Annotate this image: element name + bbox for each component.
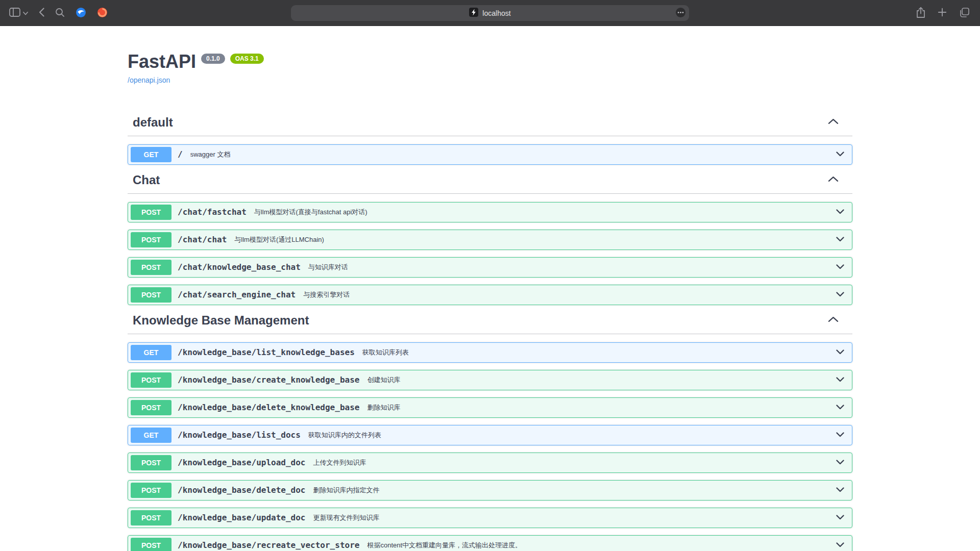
endpoint-expand-button[interactable] <box>834 289 847 300</box>
chevron-down-icon <box>836 541 844 549</box>
search-icon <box>55 8 65 19</box>
section-title: Chat <box>133 173 160 187</box>
endpoint-row[interactable]: GET/swagger 文档 <box>128 144 852 165</box>
address-bar[interactable]: localhost <box>291 5 689 21</box>
endpoint-expand-button[interactable] <box>834 261 847 273</box>
method-badge: POST <box>131 232 172 247</box>
section-title: Knowledge Base Management <box>133 313 309 328</box>
endpoint-row[interactable]: POST/chat/knowledge_base_chat与知识库对话 <box>128 257 852 278</box>
site-favicon-icon <box>469 8 478 19</box>
endpoint-expand-button[interactable] <box>834 402 847 413</box>
ellipsis-icon <box>675 7 686 19</box>
endpoint-summary: swagger 文档 <box>190 150 231 159</box>
oas-badge: OAS 3.1 <box>230 54 264 64</box>
bird-app-button[interactable] <box>75 6 87 20</box>
share-button[interactable] <box>915 6 926 21</box>
method-badge: POST <box>131 372 172 388</box>
endpoint-expand-button[interactable] <box>834 484 847 496</box>
chevron-down-icon <box>836 151 844 158</box>
endpoint-row[interactable]: POST/knowledge_base/update_doc更新现有文件到知识库 <box>128 508 852 528</box>
page-menu-button[interactable] <box>675 7 686 19</box>
method-badge: GET <box>131 428 172 443</box>
endpoint-row[interactable]: POST/knowledge_base/delete_doc删除知识库内指定文件 <box>128 480 852 500</box>
endpoint-expand-button[interactable] <box>834 206 847 218</box>
method-badge: POST <box>131 260 172 275</box>
endpoint-summary: 上传文件到知识库 <box>313 458 366 467</box>
swagger-content: FastAPI 0.1.0 OAS 3.1 /openapi.json defa… <box>128 26 852 551</box>
page-title: FastAPI 0.1.0 OAS 3.1 <box>128 52 852 72</box>
endpoint-row[interactable]: POST/knowledge_base/create_knowledge_bas… <box>128 370 852 390</box>
orange-app-button[interactable] <box>96 6 109 20</box>
endpoint-path: /chat/chat <box>178 235 227 244</box>
endpoint-row[interactable]: POST/knowledge_base/upload_doc上传文件到知识库 <box>128 453 852 473</box>
endpoint-row[interactable]: POST/chat/search_engine_chat与搜索引擎对话 <box>128 285 852 305</box>
tab-overview-button[interactable] <box>958 6 971 20</box>
method-badge: GET <box>131 345 172 360</box>
endpoint-row[interactable]: GET/knowledge_base/list_knowledge_bases获… <box>128 342 852 363</box>
api-info: FastAPI 0.1.0 OAS 3.1 /openapi.json <box>128 52 852 85</box>
method-badge: POST <box>131 538 172 551</box>
section-collapse-button[interactable] <box>827 117 840 127</box>
section-collapse-button[interactable] <box>827 175 840 185</box>
endpoint-summary: 与llm模型对话(直接与fastchat api对话) <box>254 208 368 217</box>
new-tab-button[interactable] <box>937 7 948 19</box>
chevron-down-icon <box>836 459 844 466</box>
search-button[interactable] <box>54 7 66 20</box>
method-badge: POST <box>131 400 172 415</box>
sidebar-toggle-button[interactable] <box>8 7 29 19</box>
endpoint-summary: 删除知识库 <box>367 403 400 412</box>
endpoint-expand-button[interactable] <box>834 346 847 358</box>
api-section: Knowledge Base ManagementGET/knowledge_b… <box>128 312 852 551</box>
endpoint-summary: 与知识库对话 <box>308 263 348 272</box>
chevron-down-icon <box>836 431 844 439</box>
api-section: ChatPOST/chat/fastchat与llm模型对话(直接与fastch… <box>128 172 852 305</box>
endpoint-row[interactable]: POST/knowledge_base/delete_knowledge_bas… <box>128 397 852 418</box>
chevron-left-icon <box>39 8 44 18</box>
endpoint-path: /knowledge_base/upload_doc <box>178 458 305 467</box>
section-collapse-button[interactable] <box>827 315 840 325</box>
endpoint-summary: 创建知识库 <box>367 375 400 385</box>
version-badge: 0.1.0 <box>201 54 225 64</box>
endpoint-expand-button[interactable] <box>834 374 847 386</box>
method-badge: POST <box>131 287 172 303</box>
section-header[interactable]: default <box>128 114 852 136</box>
endpoint-path: /knowledge_base/delete_knowledge_base <box>178 403 359 412</box>
endpoint-list: GET/knowledge_base/list_knowledge_bases获… <box>128 342 852 551</box>
chevron-down-icon <box>836 514 844 521</box>
sidebar-icon <box>9 8 20 18</box>
chevron-down-icon <box>836 263 844 271</box>
toolbar-left-group <box>8 0 109 26</box>
chevron-up-icon <box>828 176 839 184</box>
back-button[interactable] <box>38 7 45 19</box>
browser-toolbar: localhost <box>0 0 980 26</box>
endpoint-expand-button[interactable] <box>834 148 847 160</box>
endpoint-expand-button[interactable] <box>834 457 847 468</box>
chevron-up-icon <box>828 118 839 126</box>
section-header[interactable]: Chat <box>128 172 852 194</box>
method-badge: GET <box>131 147 172 162</box>
method-badge: POST <box>131 483 172 498</box>
endpoint-row[interactable]: GET/knowledge_base/list_docs获取知识库内的文件列表 <box>128 425 852 445</box>
api-sections: defaultGET/swagger 文档ChatPOST/chat/fastc… <box>128 114 852 551</box>
endpoint-path: / <box>178 149 183 159</box>
endpoint-expand-button[interactable] <box>834 512 847 523</box>
chevron-down-icon <box>23 9 28 17</box>
endpoint-list: GET/swagger 文档 <box>128 144 852 165</box>
endpoint-path: /chat/fastchat <box>178 207 247 217</box>
openapi-spec-link[interactable]: /openapi.json <box>128 76 170 84</box>
endpoint-row[interactable]: POST/knowledge_base/recreate_vector_stor… <box>128 535 852 551</box>
chevron-down-icon <box>836 486 844 494</box>
endpoint-row[interactable]: POST/chat/chat与llm模型对话(通过LLMChain) <box>128 230 852 250</box>
endpoint-row[interactable]: POST/chat/fastchat与llm模型对话(直接与fastchat a… <box>128 202 852 222</box>
swagger-page: FastAPI 0.1.0 OAS 3.1 /openapi.json defa… <box>0 26 980 551</box>
toolbar-right-group <box>915 0 971 26</box>
section-header[interactable]: Knowledge Base Management <box>128 312 852 334</box>
endpoint-expand-button[interactable] <box>834 234 847 245</box>
endpoint-path: /chat/knowledge_base_chat <box>178 262 301 272</box>
share-icon <box>916 7 925 20</box>
endpoint-summary: 获取知识库列表 <box>362 348 409 357</box>
endpoint-expand-button[interactable] <box>834 539 847 551</box>
section-title: default <box>133 115 173 130</box>
endpoint-expand-button[interactable] <box>834 429 847 441</box>
endpoint-path: /knowledge_base/recreate_vector_store <box>178 540 359 550</box>
